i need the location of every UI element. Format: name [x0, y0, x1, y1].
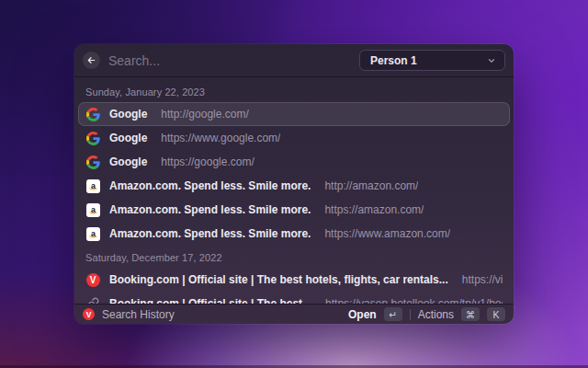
row-title: Booking.com | Official site | The best..… — [109, 297, 311, 304]
google-icon — [85, 107, 100, 121]
row-title: Google — [109, 155, 147, 168]
command-key-badge: ⌘ — [461, 307, 480, 321]
arrow-left-icon — [86, 55, 96, 65]
date-section-header: Saturday, December 17, 2022 — [78, 246, 510, 268]
footer-bar: V Search History Open ↵ Actions ⌘ K — [74, 304, 514, 324]
history-row[interactable]: Googlehttps://www.google.com/ — [78, 126, 510, 150]
google-icon — [85, 155, 100, 169]
row-url: https://amazon.com/ — [324, 203, 424, 216]
row-url: https://yasen.hotellook.com/tp/v1/bookin… — [325, 297, 503, 304]
row-title: Booking.com | Official site | The best h… — [109, 273, 448, 286]
history-row[interactable]: Googlehttp://google.com/ — [78, 102, 510, 126]
history-row[interactable]: Booking.com | Official site | The best..… — [78, 292, 510, 304]
vivaldi-logo-icon: V — [83, 308, 95, 320]
amazon-icon: a — [85, 226, 100, 241]
open-label: Open — [348, 308, 377, 321]
profile-dropdown[interactable]: Person 1 — [359, 50, 505, 71]
row-url: http://amazon.com/ — [324, 179, 418, 192]
back-button[interactable] — [83, 52, 100, 69]
chevron-down-icon — [487, 56, 496, 65]
history-list: Sunday, January 22, 2023Googlehttp://goo… — [74, 77, 514, 304]
row-title: Google — [109, 108, 147, 121]
row-url: https://www.amazon.com/ — [324, 227, 450, 240]
broken-link-icon — [85, 296, 100, 304]
footer-mode-label: Search History — [102, 308, 175, 321]
profile-dropdown-value: Person 1 — [370, 54, 417, 67]
row-url: https://google.com/ — [161, 155, 254, 168]
history-row[interactable]: aAmazon.com. Spend less. Smile more.http… — [78, 198, 510, 222]
enter-key-badge: ↵ — [384, 307, 402, 321]
search-bar: Person 1 — [74, 44, 514, 77]
google-icon — [85, 131, 100, 145]
row-title: Google — [109, 132, 147, 144]
vivaldi-icon: V — [85, 272, 100, 287]
search-input[interactable] — [108, 53, 351, 68]
row-title: Amazon.com. Spend less. Smile more. — [109, 203, 311, 216]
amazon-icon: a — [85, 202, 100, 217]
row-title: Amazon.com. Spend less. Smile more. — [109, 227, 311, 240]
quick-commands-dialog: Person 1 Sunday, January 22, 2023Googleh… — [74, 44, 514, 324]
date-section-header: Sunday, January 22, 2023 — [78, 80, 510, 102]
row-url: https://www.google.com/ — [161, 132, 280, 144]
history-row[interactable]: Googlehttps://google.com/ — [78, 150, 510, 174]
history-row[interactable]: aAmazon.com. Spend less. Smile more.http… — [78, 222, 510, 246]
k-key-badge: K — [487, 307, 505, 321]
history-row[interactable]: aAmazon.com. Spend less. Smile more.http… — [78, 174, 510, 198]
row-url: http://google.com/ — [161, 108, 248, 121]
row-url: https://vivaldi.com/bk/bookingcom-en-us — [462, 273, 503, 286]
history-row[interactable]: VBooking.com | Official site | The best … — [78, 268, 510, 292]
footer-divider — [410, 309, 411, 320]
amazon-icon: a — [85, 178, 100, 193]
row-title: Amazon.com. Spend less. Smile more. — [109, 179, 311, 192]
actions-label: Actions — [418, 308, 454, 321]
